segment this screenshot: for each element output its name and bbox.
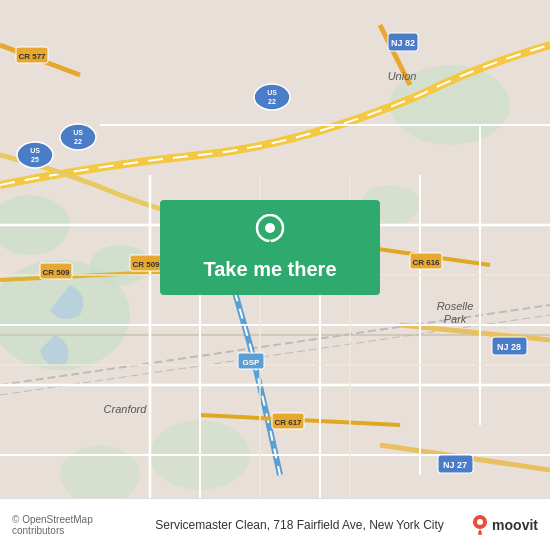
svg-text:GSP: GSP bbox=[243, 358, 261, 367]
svg-text:22: 22 bbox=[74, 138, 82, 145]
svg-point-34 bbox=[254, 84, 290, 110]
take-me-there-label: Take me there bbox=[203, 258, 336, 281]
svg-text:CR 616: CR 616 bbox=[412, 258, 440, 267]
svg-point-67 bbox=[477, 519, 483, 525]
map-container: NJ 82 US 22 US 22 CR 577 US 25 CR 509 CR… bbox=[0, 0, 550, 550]
moovit-pin-icon bbox=[472, 515, 488, 535]
svg-text:Roselle: Roselle bbox=[437, 300, 474, 312]
location-name: Servicemaster Clean, 718 Fairfield Ave, … bbox=[127, 518, 472, 532]
svg-text:25: 25 bbox=[31, 156, 39, 163]
take-me-there-button[interactable]: Take me there bbox=[160, 200, 380, 295]
svg-text:NJ 82: NJ 82 bbox=[391, 38, 415, 48]
svg-text:CR 509: CR 509 bbox=[132, 260, 160, 269]
svg-text:Park: Park bbox=[444, 313, 467, 325]
svg-text:CR 509: CR 509 bbox=[42, 268, 70, 277]
svg-text:CR 577: CR 577 bbox=[18, 52, 46, 61]
svg-text:CR 617: CR 617 bbox=[274, 418, 302, 427]
moovit-brand: moovit bbox=[492, 517, 538, 533]
bottom-bar: © OpenStreetMap contributors Servicemast… bbox=[0, 498, 550, 550]
svg-text:Cranford: Cranford bbox=[104, 403, 148, 415]
svg-text:Union: Union bbox=[388, 70, 417, 82]
svg-text:US: US bbox=[73, 129, 83, 136]
copyright-text: © OpenStreetMap contributors bbox=[12, 514, 127, 536]
svg-text:NJ 28: NJ 28 bbox=[497, 342, 521, 352]
svg-text:US: US bbox=[30, 147, 40, 154]
svg-text:NJ 27: NJ 27 bbox=[443, 460, 467, 470]
svg-text:22: 22 bbox=[268, 98, 276, 105]
moovit-logo: moovit bbox=[472, 515, 538, 535]
svg-text:US: US bbox=[267, 89, 277, 96]
svg-point-37 bbox=[60, 124, 96, 150]
svg-point-42 bbox=[17, 142, 53, 168]
location-pin-icon bbox=[252, 214, 288, 250]
svg-point-65 bbox=[265, 223, 275, 233]
